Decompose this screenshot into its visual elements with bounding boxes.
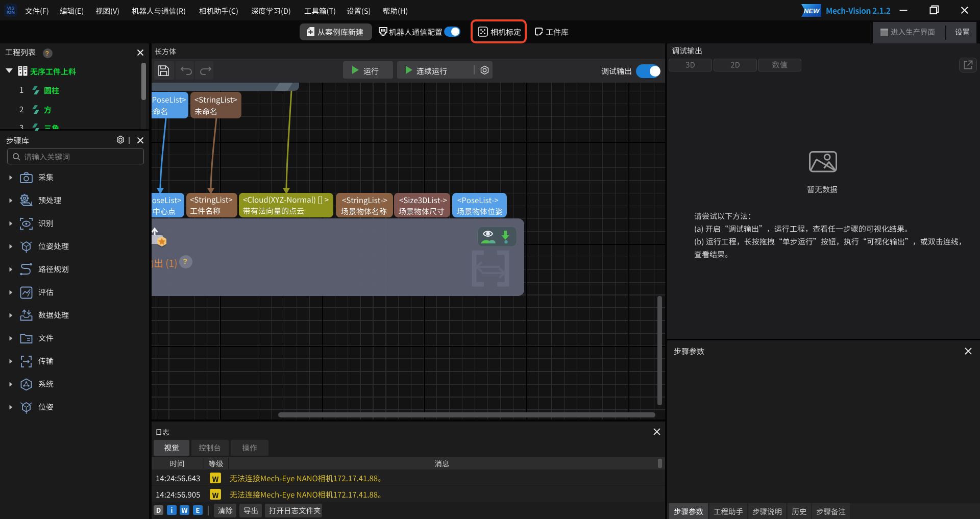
svg-text:NEW: NEW	[804, 7, 820, 15]
